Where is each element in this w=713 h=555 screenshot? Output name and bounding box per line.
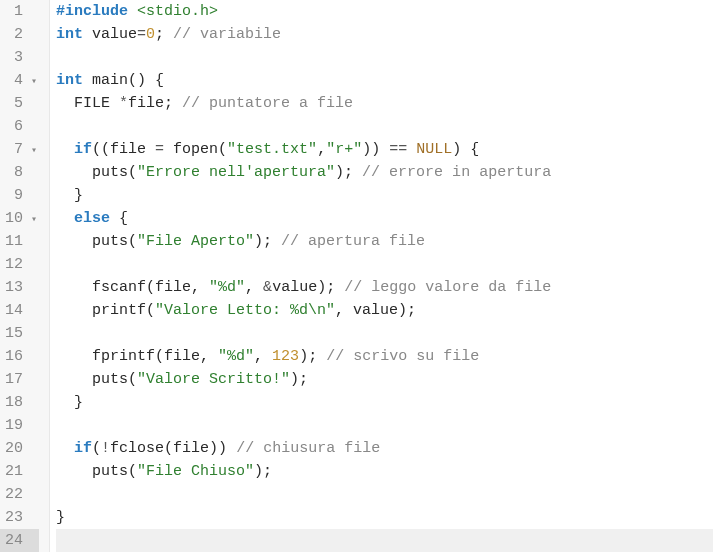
- token-num: 0: [146, 26, 155, 43]
- code-line[interactable]: }: [56, 391, 713, 414]
- token-inc: <stdio.h>: [137, 3, 218, 20]
- token-fn: fclose: [110, 440, 164, 457]
- token-pun: (: [128, 371, 137, 388]
- token-pun: ,: [191, 279, 209, 296]
- code-line[interactable]: puts("Valore Scritto!");: [56, 368, 713, 391]
- token-pun: ((: [92, 141, 110, 158]
- line-number: 11: [0, 230, 39, 253]
- line-number: 15: [0, 322, 39, 345]
- token-pun: ,: [335, 302, 353, 319]
- token-cmt: // apertura file: [281, 233, 425, 250]
- token-pun: (: [146, 279, 155, 296]
- token-pun: [56, 233, 92, 250]
- code-line[interactable]: #include <stdio.h>: [56, 0, 713, 23]
- token-fn: puts: [92, 164, 128, 181]
- token-fn: puts: [92, 233, 128, 250]
- token-pun: );: [290, 371, 308, 388]
- code-line[interactable]: int main() {: [56, 69, 713, 92]
- token-pun: }: [56, 509, 65, 526]
- token-str: "%d": [209, 279, 245, 296]
- code-line[interactable]: [56, 322, 713, 345]
- token-pun: );: [299, 348, 326, 365]
- token-str: "Valore Scritto!": [137, 371, 290, 388]
- code-line[interactable]: }: [56, 184, 713, 207]
- token-pun: () {: [128, 72, 164, 89]
- code-line[interactable]: }: [56, 506, 713, 529]
- line-number: 1: [0, 0, 39, 23]
- token-pun: ,: [245, 279, 263, 296]
- token-pun: [56, 371, 92, 388]
- line-number: 18: [0, 391, 39, 414]
- token-str: "%d": [218, 348, 254, 365]
- token-fn: fscanf: [92, 279, 146, 296]
- token-kw: else: [74, 210, 110, 227]
- fold-toggle-icon[interactable]: ▾: [31, 70, 37, 93]
- token-pun: ;: [155, 26, 173, 43]
- fold-toggle-icon[interactable]: ▾: [31, 208, 37, 231]
- line-number: 7▾: [0, 138, 39, 161]
- fold-toggle-icon[interactable]: ▾: [31, 139, 37, 162]
- line-number: 2: [0, 23, 39, 46]
- token-pun: [56, 210, 74, 227]
- token-pun: [56, 279, 92, 296]
- token-id: file: [155, 279, 191, 296]
- token-pun: }: [56, 187, 83, 204]
- token-kw: int: [56, 26, 92, 43]
- token-cmt: // leggo valore da file: [344, 279, 551, 296]
- token-cmt: // errore in apertura: [362, 164, 551, 181]
- token-id: file: [128, 95, 164, 112]
- code-line[interactable]: else {: [56, 207, 713, 230]
- token-pun: (: [164, 440, 173, 457]
- token-pun: ,: [200, 348, 218, 365]
- line-number: 16: [0, 345, 39, 368]
- token-id: file: [164, 348, 200, 365]
- code-editor[interactable]: 1234▾567▾8910▾11121314151617181920212223…: [0, 0, 713, 552]
- token-op: !: [101, 440, 110, 457]
- code-line[interactable]: fprintf(file, "%d", 123); // scrivo su f…: [56, 345, 713, 368]
- code-area[interactable]: #include <stdio.h>int value=0; // variab…: [50, 0, 713, 552]
- token-pun: [56, 95, 74, 112]
- line-number: 5: [0, 92, 39, 115]
- token-pun: );: [254, 463, 272, 480]
- code-line[interactable]: if(!fclose(file)) // chiusura file: [56, 437, 713, 460]
- code-line[interactable]: [56, 46, 713, 69]
- line-number: 10▾: [0, 207, 39, 230]
- line-number: 3: [0, 46, 39, 69]
- token-str: "File Chiuso": [137, 463, 254, 480]
- code-line[interactable]: printf("Valore Letto: %d\n", value);: [56, 299, 713, 322]
- code-line[interactable]: if((file = fopen("test.txt","r+")) == NU…: [56, 138, 713, 161]
- token-fn: fopen: [173, 141, 218, 158]
- token-pun: );: [254, 233, 281, 250]
- code-line[interactable]: [56, 253, 713, 276]
- token-pun: (: [128, 164, 137, 181]
- code-line[interactable]: puts("Errore nell'apertura"); // errore …: [56, 161, 713, 184]
- token-pun: }: [56, 394, 83, 411]
- token-pun: ,: [317, 141, 326, 158]
- token-pun: (: [218, 141, 227, 158]
- code-line[interactable]: [56, 483, 713, 506]
- token-cmt: // chiusura file: [236, 440, 380, 457]
- token-cmt: // scrivo su file: [326, 348, 479, 365]
- code-line[interactable]: [56, 115, 713, 138]
- token-pun: (: [128, 233, 137, 250]
- token-op: =: [137, 26, 146, 43]
- token-pun: ) {: [452, 141, 479, 158]
- line-number: 23: [0, 506, 39, 529]
- token-pun: (: [155, 348, 164, 365]
- code-line[interactable]: [56, 414, 713, 437]
- code-line[interactable]: puts("File Aperto"); // apertura file: [56, 230, 713, 253]
- code-line[interactable]: int value=0; // variabile: [56, 23, 713, 46]
- line-gutter: 1234▾567▾8910▾11121314151617181920212223…: [0, 0, 50, 552]
- line-number: 17: [0, 368, 39, 391]
- token-id: file: [110, 141, 155, 158]
- code-line[interactable]: FILE *file; // puntatore a file: [56, 92, 713, 115]
- code-line[interactable]: [56, 529, 713, 552]
- code-line[interactable]: fscanf(file, "%d", &value); // leggo val…: [56, 276, 713, 299]
- line-number: 12: [0, 253, 39, 276]
- token-fn: fprintf: [92, 348, 155, 365]
- token-pun: ,: [254, 348, 272, 365]
- code-line[interactable]: puts("File Chiuso");: [56, 460, 713, 483]
- token-id: value: [92, 26, 137, 43]
- token-pun: ;: [164, 95, 182, 112]
- line-number: 24: [0, 529, 39, 552]
